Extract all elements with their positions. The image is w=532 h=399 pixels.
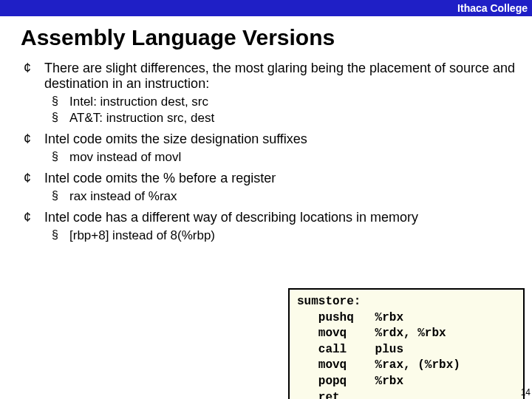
- bullet-3-sub-0: [rbp+8] instead of 8(%rbp): [52, 228, 517, 243]
- bullet-2: Intel code omits the % before a register…: [21, 171, 517, 204]
- bullet-0-sub-0: Intel: instruction dest, src: [52, 95, 517, 109]
- bullet-1: Intel code omits the size designation su…: [21, 132, 517, 165]
- institution-label: Ithaca College: [457, 2, 528, 14]
- header-bar: Ithaca College: [0, 0, 532, 16]
- bullet-0-text: There are slight differences, the most g…: [44, 61, 515, 91]
- bullet-3-text: Intel code has a different way of descri…: [44, 210, 418, 225]
- page-number: 14: [521, 387, 531, 398]
- bullet-0: There are slight differences, the most g…: [21, 61, 517, 126]
- bullet-3: Intel code has a different way of descri…: [21, 210, 517, 243]
- bullet-1-sub-0: mov instead of movl: [52, 150, 517, 165]
- code-box: sumstore: pushq %rbx movq %rdx, %rbx cal…: [288, 288, 525, 399]
- slide-title: Assembly Language Versions: [21, 25, 532, 50]
- bullet-0-sub-1: AT&T: instruction src, dest: [52, 111, 517, 126]
- bullet-2-text: Intel code omits the % before a register: [44, 171, 276, 185]
- bullet-2-sub-0: rax instead of %rax: [52, 189, 517, 204]
- bullet-1-text: Intel code omits the size designation su…: [44, 132, 307, 146]
- slide-content: There are slight differences, the most g…: [21, 61, 517, 249]
